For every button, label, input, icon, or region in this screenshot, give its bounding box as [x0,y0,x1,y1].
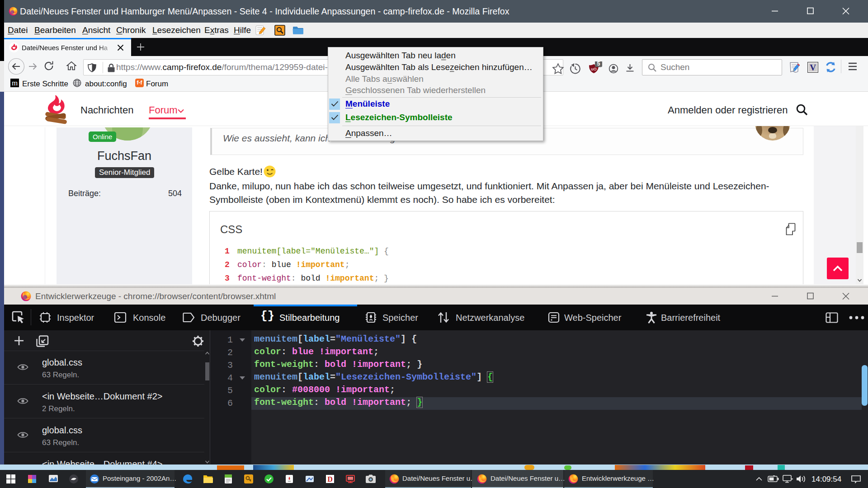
svg-text:D: D [327,475,333,483]
svg-text:uO: uO [591,67,597,71]
svg-text:5: 5 [597,61,600,67]
svg-text:V: V [810,63,816,72]
